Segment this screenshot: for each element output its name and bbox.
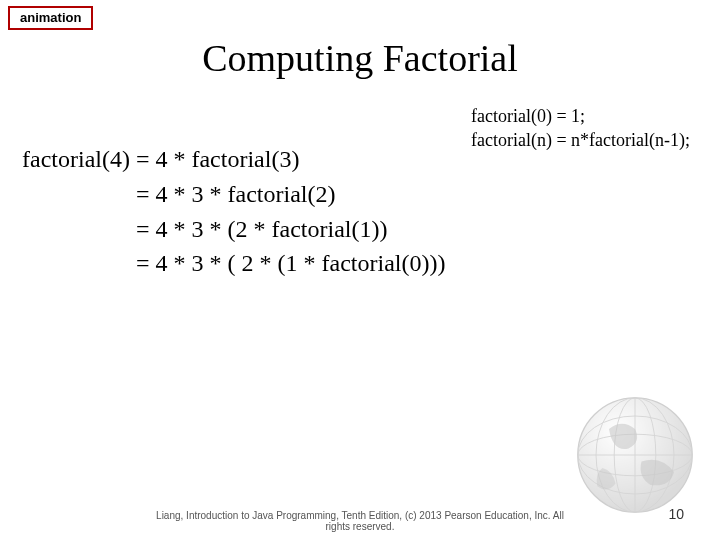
expansion-line-2: = 4 * 3 * factorial(2) xyxy=(22,177,445,212)
definition-base-case: factorial(0) = 1; xyxy=(471,104,690,128)
expansion-rhs-3: = 4 * 3 * (2 * factorial(1)) xyxy=(136,216,387,242)
expansion-lhs: factorial(4) xyxy=(22,146,136,172)
expansion-indent xyxy=(22,181,136,207)
definition-recursive-case: factorial(n) = n*factorial(n-1); xyxy=(471,128,690,152)
animation-badge-label: animation xyxy=(20,10,81,25)
footer-citation: Liang, Introduction to Java Programming,… xyxy=(0,510,720,532)
svg-point-3 xyxy=(614,398,656,512)
globe-icon xyxy=(570,390,700,520)
svg-point-2 xyxy=(578,416,692,494)
svg-point-4 xyxy=(596,398,674,512)
slide-title: Computing Factorial xyxy=(0,36,720,80)
expansion-indent xyxy=(22,216,136,242)
animation-badge: animation xyxy=(8,6,93,30)
expansion-line-4: = 4 * 3 * ( 2 * (1 * factorial(0))) xyxy=(22,246,445,281)
expansion-rhs-4: = 4 * 3 * ( 2 * (1 * factorial(0))) xyxy=(136,250,445,276)
footer-line-2: rights reserved. xyxy=(0,521,720,532)
expansion-rhs-1: = 4 * factorial(3) xyxy=(136,146,299,172)
svg-point-0 xyxy=(578,398,692,512)
expansion-indent xyxy=(22,250,136,276)
expansion-rhs-2: = 4 * 3 * factorial(2) xyxy=(136,181,335,207)
expansion-line-1: factorial(4) = 4 * factorial(3) xyxy=(22,142,445,177)
expansion-line-3: = 4 * 3 * (2 * factorial(1)) xyxy=(22,212,445,247)
factorial-definitions: factorial(0) = 1; factorial(n) = n*facto… xyxy=(471,104,690,153)
footer-line-1: Liang, Introduction to Java Programming,… xyxy=(0,510,720,521)
svg-point-1 xyxy=(578,434,692,476)
factorial-expansion: factorial(4) = 4 * factorial(3) = 4 * 3 … xyxy=(22,142,445,281)
